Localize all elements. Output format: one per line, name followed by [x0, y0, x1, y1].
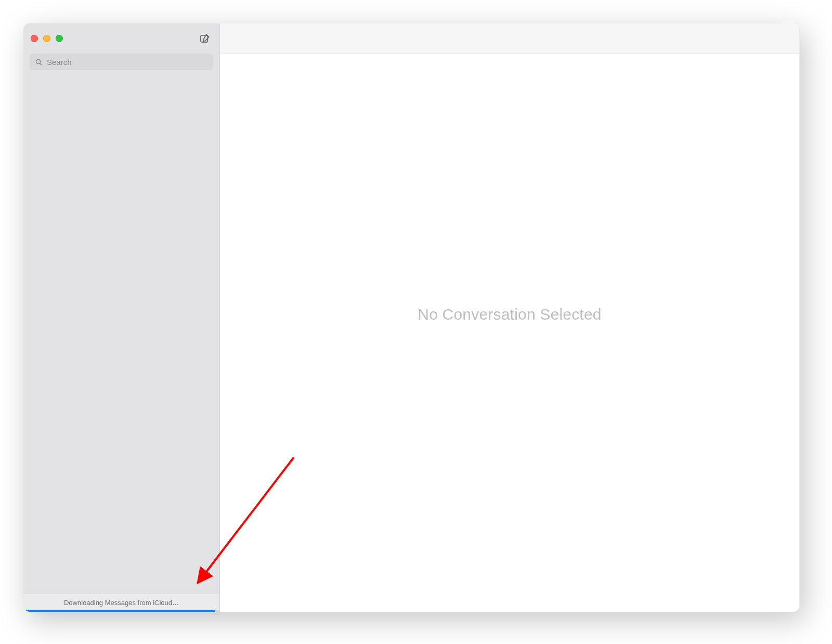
main-body: No Conversation Selected [220, 54, 799, 612]
search-field[interactable] [30, 54, 213, 70]
svg-line-2 [40, 63, 42, 64]
traffic-lights [31, 35, 63, 42]
sync-progress-fill [23, 610, 215, 612]
search-icon [35, 58, 43, 66]
search-input[interactable] [47, 58, 208, 67]
window-minimize-button[interactable] [43, 35, 50, 42]
app-window: Downloading Messages from iCloud… No Con… [23, 23, 800, 612]
main-pane: No Conversation Selected [220, 23, 799, 612]
sidebar-footer: Downloading Messages from iCloud… [23, 594, 219, 612]
canvas: Downloading Messages from iCloud… No Con… [0, 0, 832, 644]
compose-button[interactable] [198, 31, 212, 46]
compose-icon [199, 33, 211, 44]
sync-status-text: Downloading Messages from iCloud… [23, 599, 219, 610]
conversation-list [23, 75, 219, 594]
window-maximize-button[interactable] [56, 35, 63, 42]
no-conversation-placeholder: No Conversation Selected [418, 306, 601, 323]
sync-progress-track [23, 610, 219, 612]
main-titlebar [220, 23, 799, 54]
sidebar-titlebar [23, 23, 219, 54]
sidebar: Downloading Messages from iCloud… [23, 23, 220, 612]
search-container [23, 54, 219, 75]
svg-point-1 [36, 59, 41, 63]
window-close-button[interactable] [31, 35, 38, 42]
